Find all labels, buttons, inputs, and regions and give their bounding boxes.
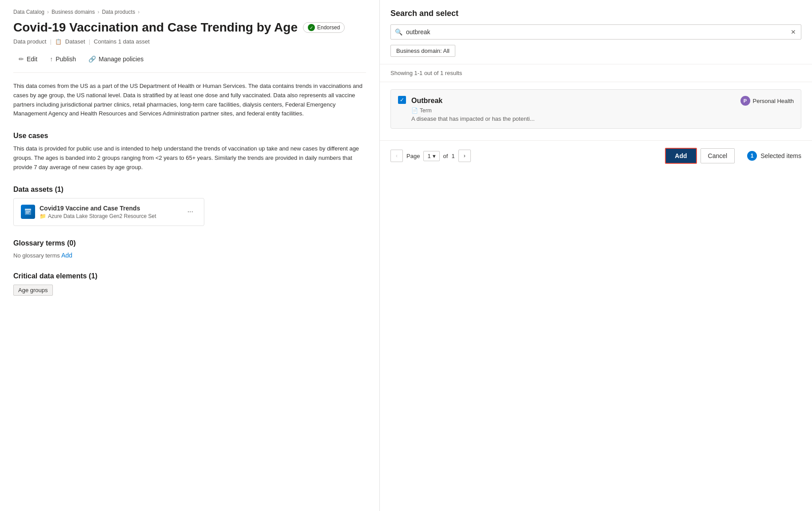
- cde-tag: Age groups: [13, 285, 53, 296]
- contains-info: Contains 1 data asset: [94, 38, 150, 45]
- page-select[interactable]: 1 ▾: [423, 151, 439, 161]
- page-title-row: Covid-19 Vaccination and Case Trending b…: [13, 20, 366, 35]
- edit-button[interactable]: ✏ Edit: [13, 53, 43, 65]
- breadcrumb-item-3[interactable]: Data products: [102, 9, 135, 15]
- breadcrumb-sep-2: ›: [97, 9, 99, 15]
- data-asset-card: Covid19 Vaccine and Case Trends 📁 Azure …: [13, 198, 204, 226]
- cde-section: Critical data elements (1) Age groups: [13, 272, 366, 296]
- panel-title: Search and select: [390, 9, 801, 18]
- product-type: Data product: [13, 38, 46, 45]
- panel-content: ✓ Outbreak P Personal Health 📄 Term: [380, 82, 812, 140]
- publish-button[interactable]: ↑ Publish: [44, 53, 81, 65]
- meta-sep-1: |: [50, 38, 51, 45]
- page-select-chevron: ▾: [433, 153, 436, 159]
- result-checkbox[interactable]: ✓: [398, 96, 406, 104]
- result-body: Outbreak P Personal Health 📄 Term A dise…: [411, 96, 794, 122]
- cde-title: Critical data elements (1): [13, 272, 366, 280]
- data-asset-type-text: Azure Data Lake Storage Gen2 Resource Se…: [48, 213, 156, 219]
- breadcrumb-sep-1: ›: [47, 9, 49, 15]
- panel-header: Search and select 🔍 ✕ Business domain: A…: [380, 0, 812, 64]
- results-info: Showing 1-1 out of 1 results: [380, 64, 812, 82]
- meta-row: Data product | 📋 Dataset | Contains 1 da…: [13, 38, 366, 45]
- data-asset-name[interactable]: Covid19 Vaccine and Case Trends: [40, 205, 156, 212]
- panel-footer: ‹ Page 1 ▾ of 1 › Add Cancel 1 Selected: [380, 140, 812, 171]
- meta-sep-2: |: [89, 38, 90, 45]
- publish-label: Publish: [56, 55, 76, 63]
- selected-label: Selected items: [760, 152, 801, 159]
- right-panel-wrapper: Search and select 🔍 ✕ Business domain: A…: [380, 0, 812, 511]
- endorsed-check-icon: ✓: [308, 24, 315, 31]
- manage-policies-button[interactable]: 🔗 Manage policies: [83, 53, 149, 65]
- add-glossary-link[interactable]: Add: [61, 252, 72, 259]
- publish-icon: ↑: [50, 55, 53, 63]
- svg-rect-2: [26, 211, 30, 212]
- no-glossary-text: No glossary terms: [13, 252, 60, 259]
- glossary-section: Glossary terms (0) No glossary terms Add: [13, 239, 366, 259]
- breadcrumb-item-2[interactable]: Business domains: [52, 9, 95, 15]
- use-cases-title: Use cases: [13, 132, 366, 140]
- result-header-row: Outbreak P Personal Health: [411, 96, 794, 106]
- result-domain-badge: P Personal Health: [740, 96, 794, 106]
- sub-type: Dataset: [65, 38, 85, 45]
- domain-letter-icon: P: [740, 96, 750, 106]
- footer-actions: Add Cancel 1 Selected items: [665, 148, 801, 164]
- business-domain-filter-button[interactable]: Business domain: All: [390, 45, 455, 57]
- endorsed-label: Endorsed: [317, 24, 340, 31]
- cancel-button[interactable]: Cancel: [701, 148, 735, 163]
- search-clear-button[interactable]: ✕: [790, 28, 797, 36]
- endorsed-badge: ✓ Endorsed: [303, 22, 345, 33]
- result-type: Term: [420, 107, 432, 114]
- use-cases-text: This data is provided for public use and…: [13, 144, 366, 172]
- result-name: Outbreak: [411, 97, 442, 105]
- selected-count: 1: [747, 151, 757, 161]
- search-icon: 🔍: [395, 28, 402, 36]
- data-asset-info: Covid19 Vaccine and Case Trends 📁 Azure …: [21, 205, 156, 219]
- page-title: Covid-19 Vaccination and Case Trending b…: [13, 20, 298, 35]
- filter-row: Business domain: All: [390, 45, 801, 57]
- result-domain-name: Personal Health: [753, 98, 794, 104]
- total-pages: 1: [451, 153, 454, 159]
- svg-rect-1: [25, 209, 31, 210]
- search-input[interactable]: [390, 24, 801, 40]
- data-asset-type: 📁 Azure Data Lake Storage Gen2 Resource …: [40, 213, 156, 219]
- left-panel: Data Catalog › Business domains › Data p…: [0, 0, 380, 511]
- right-panel: Search and select 🔍 ✕ Business domain: A…: [380, 0, 812, 171]
- svg-rect-3: [26, 213, 29, 214]
- data-asset-icon: [21, 205, 35, 219]
- toolbar: ✏ Edit ↑ Publish 🔗 Manage policies: [13, 53, 366, 73]
- manage-policies-icon: 🔗: [88, 55, 96, 63]
- breadcrumb-item-1[interactable]: Data Catalog: [13, 9, 44, 15]
- breadcrumb: Data Catalog › Business domains › Data p…: [13, 9, 366, 15]
- storage-icon: 📁: [40, 213, 46, 219]
- term-icon: 📄: [411, 107, 418, 114]
- data-assets-title: Data assets (1): [13, 186, 366, 194]
- edit-label: Edit: [27, 55, 37, 63]
- next-page-button[interactable]: ›: [458, 150, 471, 162]
- data-asset-details: Covid19 Vaccine and Case Trends 📁 Azure …: [40, 205, 156, 219]
- breadcrumb-sep-3: ›: [138, 9, 139, 15]
- glossary-terms-title: Glossary terms (0): [13, 239, 366, 247]
- result-description: A disease that has impacted or has the p…: [411, 115, 794, 122]
- selected-items-badge: 1 Selected items: [747, 151, 801, 161]
- current-page: 1: [427, 153, 430, 159]
- data-asset-ellipsis-button[interactable]: ···: [184, 206, 197, 218]
- description-text: This data comes from the US as a part of…: [13, 82, 366, 119]
- dataset-icon: 📋: [55, 39, 62, 45]
- prev-page-button[interactable]: ‹: [390, 150, 403, 162]
- result-type-row: 📄 Term: [411, 107, 794, 114]
- page-label: Page: [406, 153, 420, 159]
- of-label: of: [443, 153, 448, 159]
- result-item[interactable]: ✓ Outbreak P Personal Health 📄 Term: [390, 89, 801, 129]
- edit-icon: ✏: [19, 55, 24, 63]
- search-box: 🔍 ✕: [390, 24, 801, 40]
- pagination: ‹ Page 1 ▾ of 1 ›: [390, 150, 471, 162]
- add-button[interactable]: Add: [665, 148, 697, 164]
- manage-policies-label: Manage policies: [99, 55, 143, 63]
